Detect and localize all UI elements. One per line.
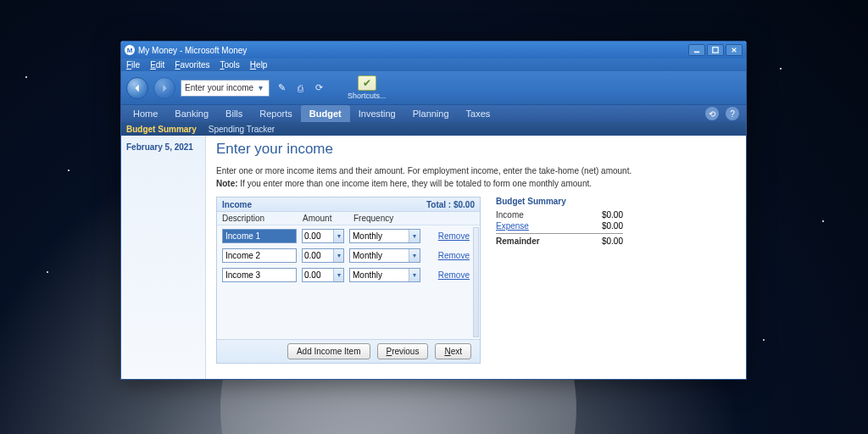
svg-rect-1 <box>713 47 718 53</box>
income-row: ▾Monthly▾Remove <box>222 229 475 243</box>
amount-field[interactable]: ▾ <box>302 229 344 243</box>
menu-help[interactable]: Help <box>250 60 268 70</box>
summary-expense-link[interactable]: Expense <box>496 221 581 231</box>
maximize-button[interactable] <box>707 44 724 56</box>
remove-link[interactable]: Remove <box>438 251 470 260</box>
summary-remainder-label: Remainder <box>496 236 581 246</box>
edit-icon[interactable]: ✎ <box>275 81 288 95</box>
primary-tabs: Home Banking Bills Reports Budget Invest… <box>121 105 746 122</box>
frequency-value: Monthly <box>350 270 409 280</box>
chevron-down-icon[interactable]: ▾ <box>255 83 265 92</box>
amount-field[interactable]: ▾ <box>302 248 344 263</box>
app-window: M My Money - Microsoft Money File Edit F… <box>120 41 747 380</box>
income-rows: ▾Monthly▾Remove▾Monthly▾Remove▾Monthly▾R… <box>217 225 480 339</box>
summary-heading: Budget Summary <box>496 197 736 206</box>
subtab-budget-summary[interactable]: Budget Summary <box>126 125 197 134</box>
chevron-down-icon[interactable]: ▾ <box>409 249 420 262</box>
amount-field[interactable]: ▾ <box>302 268 344 282</box>
panel-header: Income Total : $0.00 <box>217 198 480 212</box>
tab-taxes[interactable]: Taxes <box>458 105 499 122</box>
menu-edit[interactable]: Edit <box>150 60 164 70</box>
address-box[interactable]: Enter your income ▾ <box>181 80 270 97</box>
svg-rect-0 <box>694 52 699 53</box>
tab-investing[interactable]: Investing <box>350 105 404 122</box>
remove-link[interactable]: Remove <box>438 270 470 280</box>
income-row: ▾Monthly▾Remove <box>222 248 475 263</box>
frequency-value: Monthly <box>350 251 409 260</box>
tab-banking[interactable]: Banking <box>166 105 217 122</box>
summary-remainder-value: $0.00 <box>581 236 623 246</box>
shortcuts-label: Shortcuts... <box>348 92 387 100</box>
tab-reports[interactable]: Reports <box>251 105 301 122</box>
chevron-down-icon[interactable]: ▾ <box>333 230 343 242</box>
address-text: Enter your income <box>185 83 253 92</box>
chevron-down-icon[interactable]: ▾ <box>409 230 420 242</box>
subtab-spending-tracker[interactable]: Spending Tracker <box>209 125 275 134</box>
menubar: File Edit Favorites Tools Help <box>121 58 746 71</box>
summary-income-value: $0.00 <box>581 210 623 220</box>
tab-bills[interactable]: Bills <box>217 105 251 122</box>
forward-button[interactable] <box>153 77 175 99</box>
summary-divider <box>496 233 623 234</box>
next-button[interactable]: Next <box>435 343 471 359</box>
previous-button[interactable]: Previous <box>377 343 429 359</box>
description-input[interactable] <box>222 268 297 282</box>
remove-link[interactable]: Remove <box>438 231 470 241</box>
amount-input[interactable] <box>303 270 333 280</box>
app-icon: M <box>125 45 135 55</box>
sync-icon[interactable]: ⟲ <box>705 107 719 120</box>
add-income-button[interactable]: Add Income Item <box>287 343 370 359</box>
summary-income-label: Income <box>496 210 581 220</box>
toolbar: Enter your income ▾ ✎ ⎙ ⟳ ✔ Shortcuts... <box>121 71 746 105</box>
frequency-select[interactable]: Monthly▾ <box>349 248 420 263</box>
column-headers: Description Amount Frequency <box>217 212 480 225</box>
shortcuts-button[interactable]: ✔ Shortcuts... <box>348 75 387 100</box>
minimize-button[interactable] <box>688 44 705 56</box>
menu-file[interactable]: File <box>126 60 140 70</box>
panel-total: Total : $0.00 <box>426 200 475 209</box>
col-frequency: Frequency <box>353 214 434 223</box>
summary-expense-row: Expense $0.00 <box>496 220 736 231</box>
secondary-tabs: Budget Summary Spending Tracker <box>121 122 746 136</box>
refresh-icon[interactable]: ⟳ <box>312 81 326 95</box>
note-label: Note: <box>216 179 238 188</box>
frequency-value: Monthly <box>350 231 409 241</box>
frequency-select[interactable]: Monthly▾ <box>349 268 420 282</box>
amount-input[interactable] <box>303 231 333 241</box>
page-intro: Enter one or more income items and their… <box>216 164 736 190</box>
note-text: If you enter more than one income item h… <box>238 179 592 188</box>
main-panel: Enter your income Enter one or more inco… <box>206 136 746 379</box>
help-icon[interactable]: ? <box>726 107 739 120</box>
tab-planning[interactable]: Planning <box>404 105 458 122</box>
summary-remainder-row: Remainder $0.00 <box>496 236 736 247</box>
chevron-down-icon[interactable]: ▾ <box>333 249 343 262</box>
frequency-select[interactable]: Monthly▾ <box>349 229 420 243</box>
col-amount: Amount <box>303 214 353 223</box>
tab-budget[interactable]: Budget <box>301 105 350 122</box>
current-date: February 5, 2021 <box>126 142 200 152</box>
budget-summary: Budget Summary Income $0.00 Expense $0.0… <box>496 197 736 364</box>
col-description: Description <box>222 214 303 223</box>
back-button[interactable] <box>126 77 148 99</box>
panel-title: Income <box>222 200 252 209</box>
close-button[interactable] <box>726 44 743 56</box>
description-input[interactable] <box>222 248 297 263</box>
menu-favorites[interactable]: Favorites <box>175 60 209 70</box>
menu-tools[interactable]: Tools <box>220 60 239 70</box>
summary-expense-value: $0.00 <box>581 221 623 231</box>
check-icon: ✔ <box>358 75 376 91</box>
summary-income-row: Income $0.00 <box>496 209 736 220</box>
intro-text: Enter one or more income items and their… <box>216 164 736 177</box>
tab-home[interactable]: Home <box>125 105 166 122</box>
description-input[interactable] <box>222 229 297 243</box>
titlebar[interactable]: M My Money - Microsoft Money <box>121 42 746 58</box>
panel-footer: Add Income Item Previous Next <box>217 339 480 363</box>
amount-input[interactable] <box>303 251 333 260</box>
window-title: My Money - Microsoft Money <box>138 46 687 55</box>
income-panel: Income Total : $0.00 Description Amount … <box>216 197 481 364</box>
chevron-down-icon[interactable]: ▾ <box>333 269 343 281</box>
print-icon[interactable]: ⎙ <box>293 81 307 95</box>
left-sidebar: February 5, 2021 <box>121 136 206 379</box>
income-row: ▾Monthly▾Remove <box>222 268 475 282</box>
chevron-down-icon[interactable]: ▾ <box>409 269 420 281</box>
